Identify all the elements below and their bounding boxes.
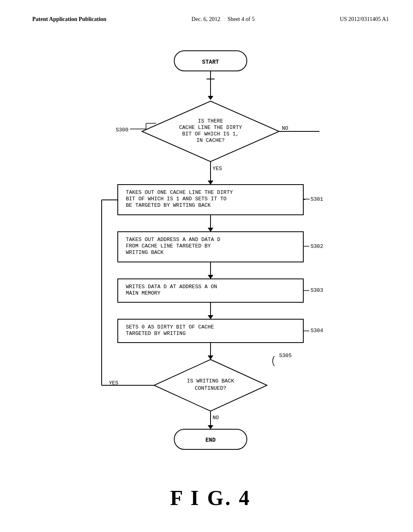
svg-marker-18 bbox=[208, 228, 213, 232]
s303-text-line2: MAIN MEMORY bbox=[126, 290, 161, 296]
s300-text-line1: IS THERE bbox=[198, 118, 223, 124]
page: Patent Application Publication Dec. 6, 2… bbox=[0, 0, 413, 532]
svg-marker-36 bbox=[208, 425, 213, 429]
s301-text-line3: BE TARGETED BY WRITING BACK bbox=[126, 202, 211, 208]
s302-label: S302 bbox=[311, 243, 323, 249]
start-text: START bbox=[202, 59, 219, 65]
s300-yes-label: YES bbox=[213, 166, 222, 172]
svg-marker-30 bbox=[208, 355, 213, 360]
s301-text-line1: TAKES OUT ONE CACHE LINE THE DIRTY bbox=[126, 189, 233, 195]
publication-label: Patent Application Publication bbox=[32, 16, 106, 23]
figure-caption: F I G. 4 bbox=[32, 486, 389, 510]
date-label: Dec. 6, 2012 bbox=[192, 16, 221, 22]
s305-label: S305 bbox=[279, 353, 292, 359]
svg-marker-12 bbox=[208, 181, 213, 185]
svg-marker-26 bbox=[208, 315, 213, 319]
s303-text-line1: WRITES DATA D AT ADDRESS A ON bbox=[126, 284, 217, 290]
s302-text-line3: WRITING BACK bbox=[126, 249, 164, 256]
s300-text-line4: IN CACHE? bbox=[196, 137, 225, 143]
svg-marker-22 bbox=[208, 275, 213, 279]
s303-label: S303 bbox=[311, 287, 323, 293]
page-header: Patent Application Publication Dec. 6, 2… bbox=[32, 16, 389, 23]
s300-text-line2: CACHE LINE THE DIRTY bbox=[179, 125, 242, 131]
s301-label: S301 bbox=[311, 196, 323, 202]
sheet-label: Sheet 4 of 5 bbox=[227, 16, 254, 22]
s300-text-line3: BIT OF WHICH IS 1, bbox=[182, 131, 239, 137]
patent-number-label: US 2012/0311405 A1 bbox=[340, 16, 389, 23]
s305-no-label: NO bbox=[213, 415, 219, 421]
s305-text-line2: CONTINUED? bbox=[195, 385, 226, 391]
s301-text-line2: BIT OF WHICH IS 1 AND SETS IT TO bbox=[126, 196, 227, 202]
s302-text-line1: TAKES OUT ADDRESS A AND DATA D bbox=[126, 237, 220, 243]
svg-marker-4 bbox=[208, 96, 213, 100]
end-text: END bbox=[205, 437, 215, 443]
flowchart-diagram: .fc-text { font-family: 'Courier New', C… bbox=[53, 39, 368, 462]
s304-text-line2: TARGETED BY WRITING bbox=[126, 330, 186, 337]
s305-text-line1: IS WRITING BACK bbox=[187, 378, 234, 384]
s300-no-label: NO bbox=[282, 125, 288, 131]
s304-label: S304 bbox=[311, 328, 323, 334]
s302-text-line2: FROM CACHE LINE TARGETED BY bbox=[126, 243, 211, 249]
s300-label: S300 bbox=[116, 127, 128, 133]
date-sheet-label: Dec. 6, 2012 Sheet 4 of 5 bbox=[192, 16, 254, 23]
s304-text-line1: SETS 0 AS DIRTY BIT OF CACHE bbox=[126, 324, 214, 330]
